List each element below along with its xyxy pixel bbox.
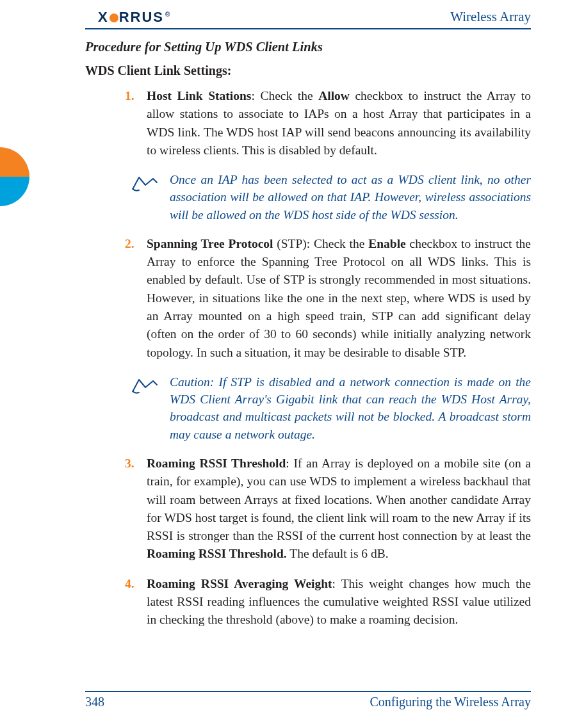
step-bold-inline: Enable bbox=[368, 237, 406, 250]
side-tab bbox=[0, 147, 29, 206]
page-number: 348 bbox=[85, 695, 104, 709]
step-lead: Roaming RSSI Averaging Weight bbox=[147, 577, 332, 590]
step-item-4: 4. Roaming RSSI Averaging Weight: This w… bbox=[125, 575, 531, 629]
step-number: 1. bbox=[125, 87, 134, 105]
step-text-pre: (STP): Check the bbox=[273, 237, 369, 250]
step-lead: Roaming RSSI Threshold bbox=[147, 457, 286, 470]
subheading: WDS Client Link Settings: bbox=[85, 63, 531, 78]
step-bold-inline: Roaming RSSI Threshold. bbox=[147, 547, 287, 560]
step-text-pre: : Check the bbox=[251, 89, 318, 102]
side-tab-blue bbox=[0, 177, 29, 206]
content-area: Procedure for Setting Up WDS Client Link… bbox=[85, 37, 531, 677]
step-item-1: 1. Host Link Stations: Check the Allow c… bbox=[125, 87, 531, 159]
side-tab-orange bbox=[0, 147, 29, 177]
step-lead: Host Link Stations bbox=[147, 89, 251, 102]
steps-list-cont2: 3. Roaming RSSI Threshold: If an Array i… bbox=[85, 455, 531, 629]
logo-rest: RRUS bbox=[119, 9, 164, 25]
step-number: 3. bbox=[125, 455, 134, 473]
note-text: Caution: If STP is disabled and a networ… bbox=[170, 375, 531, 441]
note-text: Once an IAP has been selected to act as … bbox=[170, 173, 531, 222]
note-block-1: Once an IAP has been selected to act as … bbox=[125, 171, 531, 223]
page-header: XRRUS® Wireless Array bbox=[85, 5, 531, 31]
step-text-post: checkbox to instruct the Array to enforc… bbox=[147, 237, 531, 359]
step-lead: Spanning Tree Protocol bbox=[147, 237, 273, 250]
step-item-3: 3. Roaming RSSI Threshold: If an Array i… bbox=[125, 455, 531, 563]
page: XRRUS® Wireless Array Procedure for Sett… bbox=[0, 0, 577, 728]
step-bold-inline: Allow bbox=[318, 89, 350, 102]
section-heading: Procedure for Setting Up WDS Client Link… bbox=[85, 40, 531, 54]
step-number: 4. bbox=[125, 575, 134, 593]
logo-letter-x: X bbox=[98, 9, 109, 25]
steps-list: 1. Host Link Stations: Check the Allow c… bbox=[85, 87, 531, 159]
doc-title: Wireless Array bbox=[450, 9, 531, 25]
page-footer: 348 Configuring the Wireless Array bbox=[85, 695, 531, 713]
header-rule bbox=[85, 28, 531, 29]
brand-logo: XRRUS® bbox=[98, 9, 170, 26]
step-number: 2. bbox=[125, 235, 134, 253]
note-block-2: Caution: If STP is disabled and a networ… bbox=[125, 373, 531, 443]
steps-list-cont1: 2. Spanning Tree Protocol (STP): Check t… bbox=[85, 235, 531, 362]
logo-registered: ® bbox=[165, 11, 170, 18]
step-item-2: 2. Spanning Tree Protocol (STP): Check t… bbox=[125, 235, 531, 362]
footer-section: Configuring the Wireless Array bbox=[370, 695, 531, 709]
hand-note-icon bbox=[131, 174, 158, 193]
footer-rule bbox=[85, 691, 531, 692]
logo-dot-icon bbox=[110, 13, 118, 22]
step-text-post: The default is 6 dB. bbox=[287, 547, 389, 560]
hand-note-icon bbox=[131, 376, 158, 395]
